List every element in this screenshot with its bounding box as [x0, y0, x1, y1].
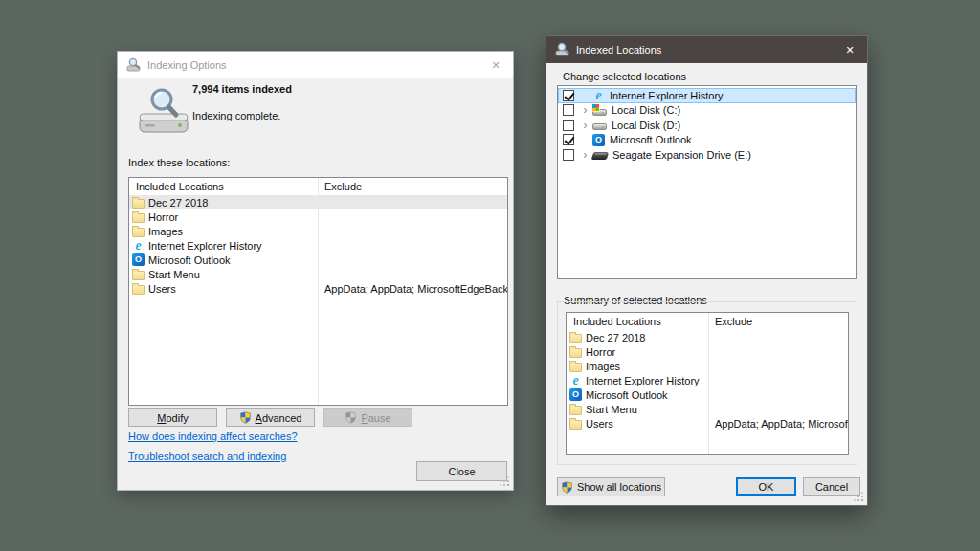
table-row[interactable]: Horror: [567, 344, 848, 359]
location-label: Users: [586, 418, 613, 430]
table-row[interactable]: Internet Explorer History: [129, 238, 507, 253]
outlook-icon: [592, 134, 605, 146]
dialog-title: Indexing Options: [147, 59, 479, 71]
summary-list[interactable]: Included Locations Exclude Dec 27 2018Ho…: [566, 312, 849, 455]
location-label: Images: [586, 361, 620, 372]
internet-explorer-icon: [592, 89, 605, 101]
folder-icon: [569, 348, 582, 358]
location-label: Users: [148, 283, 176, 295]
table-row[interactable]: UsersAppData; AppData; Microsoft...: [567, 416, 848, 430]
table-row[interactable]: Dec 27 2018: [567, 330, 848, 344]
windows-disk-icon: [592, 109, 607, 116]
cancel-button-label: Cancel: [815, 481, 848, 493]
exclude-value: AppData; AppData; MicrosoftEdgeBackups: [318, 283, 507, 295]
tree-item-label: Microsoft Outlook: [610, 134, 692, 145]
uac-shield-icon: [561, 481, 573, 494]
cancel-button[interactable]: Cancel: [803, 477, 860, 496]
table-row[interactable]: UsersAppData; AppData; MicrosoftEdgeBack…: [129, 281, 507, 296]
tree-item[interactable]: Internet Explorer History: [558, 88, 856, 103]
column-header-included[interactable]: Included Locations: [567, 316, 708, 327]
table-row[interactable]: Start Menu: [567, 402, 848, 416]
folder-icon: [569, 420, 582, 430]
location-label: Horror: [586, 346, 615, 358]
column-header-exclude[interactable]: Exclude: [318, 181, 507, 192]
location-checkbox[interactable]: [563, 149, 574, 161]
close-icon[interactable]: ✕: [479, 52, 513, 78]
uac-shield-icon: [239, 411, 252, 424]
folder-icon: [569, 334, 582, 343]
location-checkbox[interactable]: [563, 90, 574, 101]
table-row[interactable]: Microsoft Outlook: [567, 387, 848, 402]
uac-shield-icon: [345, 411, 357, 424]
tree-item[interactable]: ›Seagate Expansion Drive (E:): [558, 147, 856, 163]
index-locations-label: Index these locations:: [128, 157, 230, 168]
tree-item[interactable]: ›Local Disk (C:): [558, 103, 856, 119]
desktop-wallpaper: Indexing Options ✕ 7,994 items indexed I…: [0, 0, 980, 551]
advanced-button[interactable]: Advanced: [226, 408, 315, 427]
indexing-options-dialog: Indexing Options ✕ 7,994 items indexed I…: [117, 51, 514, 491]
summary-groupbox: Included Locations Exclude Dec 27 2018Ho…: [557, 301, 858, 465]
tree-item[interactable]: ›Local Disk (D:): [558, 118, 856, 133]
indexed-locations-dialog: Indexed Locations ✕ Change selected loca…: [546, 35, 868, 506]
indexing-searches-link[interactable]: How does indexing affect searches?: [128, 430, 298, 442]
table-row[interactable]: Start Menu: [129, 267, 507, 281]
table-row[interactable]: Horror: [129, 209, 507, 224]
items-indexed-text: 7,994 items indexed: [192, 83, 292, 95]
close-button-label: Close: [448, 466, 475, 477]
modify-button[interactable]: Modify: [128, 408, 217, 427]
tree-item-label: Local Disk (D:): [612, 120, 680, 131]
location-label: Internet Explorer History: [148, 240, 262, 252]
local-disk-icon: [592, 123, 607, 130]
table-row[interactable]: Images: [567, 359, 848, 373]
included-locations-list[interactable]: Included Locations Exclude Dec 27 2018Ho…: [128, 177, 508, 406]
indexing-status-text: Indexing complete.: [192, 110, 280, 121]
column-header-included[interactable]: Included Locations: [129, 181, 318, 192]
table-row[interactable]: Dec 27 2018: [129, 195, 507, 209]
folder-icon: [132, 228, 145, 237]
indexed-locations-icon: [555, 42, 570, 57]
outlook-icon: [132, 253, 145, 266]
exclude-value: AppData; AppData; Microsoft...: [708, 418, 848, 430]
indexing-options-icon: [126, 57, 142, 73]
tree-item[interactable]: Microsoft Outlook: [558, 133, 856, 148]
dialog-title: Indexed Locations: [576, 44, 833, 55]
ok-button[interactable]: OK: [736, 477, 796, 496]
expand-chevron-icon[interactable]: ›: [578, 121, 592, 130]
location-checkbox[interactable]: [563, 120, 574, 131]
show-all-locations-button[interactable]: Show all locations: [557, 477, 665, 496]
location-label: Microsoft Outlook: [586, 389, 668, 401]
location-checkbox[interactable]: [563, 104, 574, 116]
location-label: Dec 27 2018: [586, 332, 645, 343]
location-label: Dec 27 2018: [148, 197, 208, 209]
location-label: Start Menu: [148, 269, 200, 280]
resize-grip[interactable]: [855, 493, 864, 502]
indexing-options-titlebar: Indexing Options ✕: [118, 52, 513, 78]
ok-button-label: OK: [759, 481, 774, 493]
pause-button: Pause: [323, 408, 412, 427]
location-label: Microsoft Outlook: [148, 254, 231, 266]
location-label: Horror: [148, 211, 178, 223]
folder-icon: [132, 271, 145, 280]
folder-icon: [569, 363, 582, 372]
pause-button-label: Pause: [361, 412, 390, 424]
resize-grip[interactable]: [501, 477, 510, 487]
close-icon[interactable]: ✕: [833, 36, 867, 63]
location-checkbox[interactable]: [563, 134, 574, 145]
expand-chevron-icon[interactable]: ›: [578, 105, 592, 115]
locations-tree[interactable]: Internet Explorer History›Local Disk (C:…: [557, 85, 857, 279]
troubleshoot-link[interactable]: Troubleshoot search and indexing: [128, 451, 286, 462]
table-row[interactable]: Internet Explorer History: [567, 373, 848, 387]
external-drive-icon: [591, 152, 610, 160]
show-all-locations-label: Show all locations: [577, 481, 661, 493]
indexed-locations-titlebar: Indexed Locations ✕: [546, 36, 867, 63]
internet-explorer-icon: [132, 239, 145, 252]
location-label: Internet Explorer History: [586, 375, 700, 386]
folder-icon: [132, 213, 145, 223]
close-button[interactable]: Close: [416, 461, 507, 481]
table-row[interactable]: Images: [129, 224, 507, 238]
column-header-exclude[interactable]: Exclude: [708, 316, 848, 327]
change-locations-label: Change selected locations: [563, 71, 686, 82]
table-row[interactable]: Microsoft Outlook: [129, 253, 507, 267]
expand-chevron-icon[interactable]: ›: [578, 150, 592, 160]
list-header: Included Locations Exclude: [567, 313, 848, 330]
